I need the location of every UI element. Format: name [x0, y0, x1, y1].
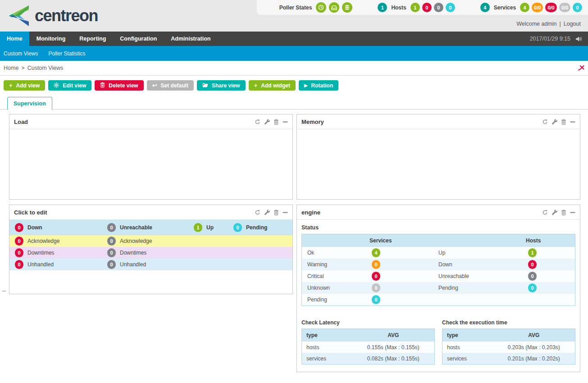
execution-services-avg: 0.201s (Max : 0.202s): [493, 356, 575, 362]
unhandled-unreachable-badge[interactable]: 0: [107, 260, 116, 269]
folder-icon: [202, 82, 208, 88]
centreon-logo-icon: [6, 5, 30, 28]
ack-down-badge[interactable]: 0: [15, 237, 23, 246]
down-count-badge[interactable]: 0: [15, 223, 23, 232]
subnav-item-custom-views[interactable]: Custom Views: [4, 50, 38, 57]
pending-cell: 0 Pending: [228, 223, 292, 232]
column-resize-handle[interactable]: [2, 291, 6, 292]
services-warning-badge[interactable]: 0/0: [532, 3, 543, 12]
minimize-icon[interactable]: [283, 119, 288, 125]
services-summary: 4 Services 4 0/0 0/0 0/0 0: [480, 3, 582, 12]
centreon-logo[interactable]: centreon: [6, 5, 98, 28]
latency-services-row: services 0.082s (Max : 0.155s): [302, 353, 434, 364]
nav-item-administration[interactable]: Administration: [164, 32, 217, 46]
services-critical-badge[interactable]: 0/0: [545, 3, 556, 12]
widget-load-title: Load: [14, 119, 255, 125]
trash-icon[interactable]: [561, 119, 566, 125]
breadcrumb-home[interactable]: Home: [4, 65, 18, 71]
hosts-pending-badge[interactable]: 0: [446, 3, 455, 12]
poller-database-icon[interactable]: [342, 2, 352, 13]
refresh-icon[interactable]: [542, 210, 548, 215]
check-latency-title: Check Latency: [301, 319, 435, 326]
rotation-button[interactable]: ▶ Rotation: [299, 80, 338, 91]
widget-load-body: [9, 129, 292, 199]
nav-item-home[interactable]: Home: [0, 32, 29, 46]
check-execution-table: type AVG hosts 0.203s (Max : 0.203s) ser…: [442, 328, 575, 365]
wrench-icon[interactable]: [552, 119, 557, 125]
plus-icon: +: [9, 82, 13, 88]
add-widget-label: Add widget: [261, 82, 290, 89]
check-latency-box: Check Latency type AVG hosts 0.155s (Max…: [301, 319, 435, 365]
set-default-button[interactable]: ↩ Set default: [147, 80, 194, 91]
hosts-down-badge[interactable]: 0: [422, 3, 432, 12]
share-view-button[interactable]: Share view: [197, 80, 246, 91]
execution-services-type: services: [442, 356, 493, 362]
trash-icon[interactable]: [273, 210, 279, 215]
welcome-text: Welcome admin: [516, 21, 556, 27]
services-unknown-badge[interactable]: 0/0: [559, 3, 570, 12]
edit-view-button[interactable]: Edit view: [48, 80, 91, 91]
pending-count-badge[interactable]: 0: [233, 223, 242, 232]
refresh-icon[interactable]: [255, 119, 260, 125]
poller-activity-inbox-icon[interactable]: [329, 2, 339, 13]
type-column-header: type: [442, 332, 493, 338]
up-count-badge[interactable]: 1: [194, 223, 202, 232]
unhandled-unreachable-cell: 0 Unhandled: [102, 260, 292, 269]
wrench-icon[interactable]: [264, 210, 270, 215]
refresh-icon[interactable]: [542, 119, 548, 125]
latency-hosts-avg: 0.155s (Max : 0.155s): [352, 344, 434, 351]
acknowledge-row: 0 Acknowledge 0 Acknowledge: [9, 235, 292, 247]
hosts-column-header: Hosts: [526, 237, 541, 244]
edit-view-label: Edit view: [63, 82, 86, 89]
minimize-icon[interactable]: [283, 210, 288, 215]
up-label: Up: [206, 224, 214, 231]
subnav: Custom Views Poller Statistics: [0, 46, 588, 61]
services-total-badge[interactable]: 4: [480, 3, 490, 12]
unhandled-down-badge[interactable]: 0: [15, 260, 23, 269]
trash-icon[interactable]: [561, 210, 566, 215]
subnav-item-poller-statistics[interactable]: Poller Statistics: [48, 50, 85, 57]
set-default-label: Set default: [161, 82, 188, 89]
minimize-icon[interactable]: [570, 119, 575, 125]
nav-item-monitoring[interactable]: Monitoring: [30, 32, 73, 46]
trash-icon[interactable]: [273, 119, 279, 125]
session-separator: |: [560, 21, 561, 27]
unhandled-down-label: Unhandled: [27, 261, 54, 268]
ok-label: Ok: [302, 250, 372, 256]
wrench-icon[interactable]: [264, 119, 270, 125]
logout-link[interactable]: Logout: [564, 21, 581, 27]
add-widget-button[interactable]: + Add widget: [249, 80, 296, 91]
engine-status-table: Services Hosts Ok 4 Up 1 Warning 0 Down …: [301, 234, 575, 306]
share-view-label: Share view: [212, 82, 240, 89]
services-ok-badge[interactable]: 4: [520, 3, 529, 12]
minimize-icon[interactable]: [570, 210, 575, 215]
downtime-down-badge[interactable]: 0: [15, 248, 23, 257]
wrench-icon[interactable]: [552, 210, 557, 215]
down-label: Down: [435, 261, 528, 268]
services-pending-badge[interactable]: 0: [573, 3, 582, 12]
add-view-button[interactable]: + Add view: [4, 80, 45, 91]
unreachable-count-badge[interactable]: 0: [107, 223, 116, 232]
ack-unreachable-badge[interactable]: 0: [107, 237, 116, 246]
nav-item-reporting[interactable]: Reporting: [73, 32, 113, 46]
gear-icon: [54, 82, 59, 89]
plus-icon: +: [254, 82, 258, 88]
nav-item-configuration[interactable]: Configuration: [113, 32, 164, 46]
hosts-unreachable-badge[interactable]: 0: [434, 3, 443, 12]
hosts-summary: 1 Hosts 1 0 0 0: [378, 3, 455, 12]
unpin-view-icon[interactable]: [577, 64, 585, 73]
downtime-unreachable-badge[interactable]: 0: [107, 248, 116, 257]
downtime-down-label: Downtimes: [27, 250, 54, 256]
check-execution-box: Check the execution time type AVG hosts …: [442, 319, 575, 365]
tab-supervision[interactable]: Supervision: [7, 97, 52, 110]
refresh-icon[interactable]: [255, 210, 260, 215]
widget-engine-body: Status Services Hosts Ok 4 Up 1 Warning: [297, 224, 580, 372]
delete-view-button[interactable]: Delete view: [95, 80, 143, 91]
execution-header-row: type AVG: [442, 329, 575, 342]
sound-icon[interactable]: [575, 36, 582, 42]
ok-count-badge: 4: [372, 248, 380, 257]
delete-view-label: Delete view: [109, 82, 138, 89]
poller-latency-clock-icon[interactable]: [316, 2, 326, 13]
hosts-total-badge[interactable]: 1: [378, 3, 387, 12]
hosts-up-badge[interactable]: 1: [410, 3, 420, 12]
